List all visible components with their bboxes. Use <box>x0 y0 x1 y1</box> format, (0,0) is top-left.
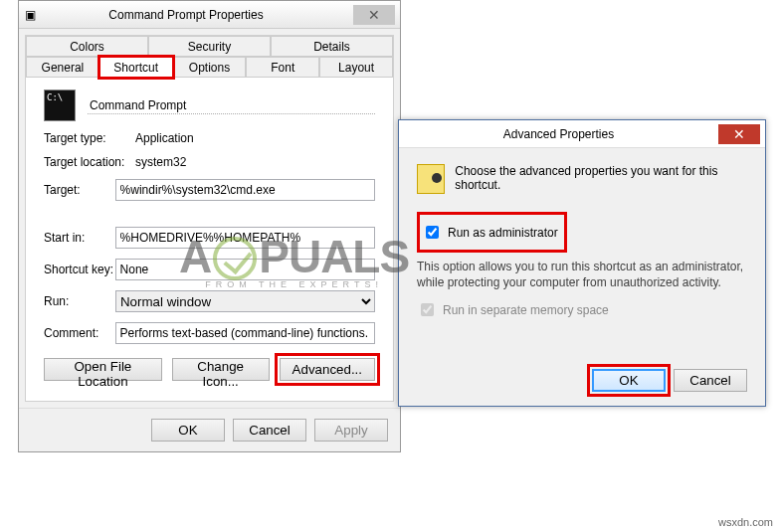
run-separate-input <box>421 303 434 316</box>
shortcut-key-label: Shortcut key: <box>44 263 115 276</box>
image-credit: wsxdn.com <box>718 516 773 528</box>
target-type-value: Application <box>135 131 375 145</box>
run-select[interactable]: Normal window <box>115 290 375 312</box>
app-icon-small: ▣ <box>19 8 41 22</box>
shortcut-name-input[interactable] <box>88 97 375 114</box>
target-label: Target: <box>44 183 115 197</box>
close-icon[interactable]: ✕ <box>353 5 395 25</box>
window-title: Advanced Properties <box>399 127 718 141</box>
shortcut-icon <box>417 164 445 194</box>
cancel-button[interactable]: Cancel <box>674 369 747 392</box>
comment-label: Comment: <box>44 326 115 340</box>
tab-options[interactable]: Options <box>173 57 247 78</box>
comment-input[interactable] <box>115 322 375 344</box>
cancel-button[interactable]: Cancel <box>233 419 306 442</box>
titlebar[interactable]: Advanced Properties ✕ <box>399 120 765 148</box>
tab-container: Colors Security Details General Shortcut… <box>25 35 394 402</box>
start-in-input[interactable] <box>115 227 375 249</box>
run-label: Run: <box>44 294 115 308</box>
change-icon-button[interactable]: Change Icon... <box>172 358 270 381</box>
tab-colors[interactable]: Colors <box>26 36 148 57</box>
run-as-admin-label: Run as administrator <box>448 226 558 240</box>
close-icon[interactable]: ✕ <box>718 124 760 144</box>
dialog-description: Choose the advanced properties you want … <box>455 164 747 192</box>
run-separate-checkbox: Run in separate memory space <box>417 300 747 319</box>
cmd-icon <box>44 89 76 121</box>
target-location-value: system32 <box>135 155 375 169</box>
window-title: Command Prompt Properties <box>41 8 353 22</box>
tab-layout[interactable]: Layout <box>319 57 393 78</box>
command-prompt-properties-window: ▣ Command Prompt Properties ✕ Colors Sec… <box>18 0 401 452</box>
titlebar[interactable]: ▣ Command Prompt Properties ✕ <box>19 1 400 29</box>
run-as-admin-checkbox[interactable]: Run as administrator <box>422 223 558 242</box>
ok-button[interactable]: OK <box>592 369 666 392</box>
tab-general[interactable]: General <box>26 57 99 78</box>
tab-font[interactable]: Font <box>246 57 319 78</box>
tab-security[interactable]: Security <box>148 36 271 57</box>
run-as-admin-input[interactable] <box>426 226 439 239</box>
apply-button[interactable]: Apply <box>314 419 388 442</box>
advanced-properties-dialog: Advanced Properties ✕ Choose the advance… <box>398 119 766 407</box>
start-in-label: Start in: <box>44 231 115 245</box>
run-as-admin-description: This option allows you to run this short… <box>417 259 747 290</box>
ok-button[interactable]: OK <box>151 419 225 442</box>
tab-details[interactable]: Details <box>271 36 393 57</box>
run-separate-label: Run in separate memory space <box>443 303 609 317</box>
advanced-button[interactable]: Advanced... <box>280 358 375 381</box>
target-type-label: Target type: <box>44 131 135 145</box>
shortcut-key-input[interactable] <box>115 259 375 280</box>
tab-shortcut[interactable]: Shortcut <box>99 57 173 78</box>
target-input[interactable] <box>115 179 375 201</box>
target-location-label: Target location: <box>44 155 135 169</box>
open-file-location-button[interactable]: Open File Location <box>44 358 162 381</box>
